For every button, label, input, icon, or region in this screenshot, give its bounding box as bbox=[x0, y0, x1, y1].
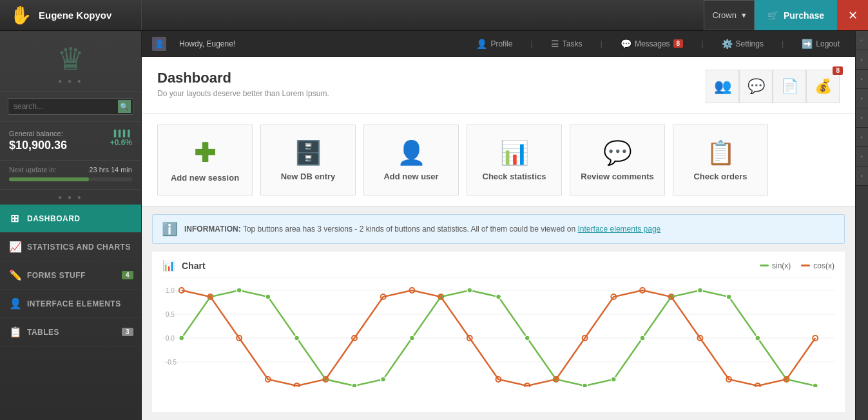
sidebar-item-statistics[interactable]: 📈 Statistics and Charts bbox=[0, 233, 141, 261]
messages-icon: 💬 bbox=[621, 39, 632, 49]
logout-icon: ➡️ bbox=[802, 39, 813, 49]
sub-header: 👤 Howdy, Eugene! 👤 Profile | ☰ Tasks | 💬… bbox=[142, 31, 855, 57]
chart-legend: sin(x) cos(x) bbox=[760, 261, 834, 270]
svg-point-19 bbox=[496, 294, 501, 299]
svg-point-23 bbox=[611, 377, 616, 382]
search-button[interactable]: 🔍 bbox=[118, 100, 131, 113]
main-layout: ♛ ● ● ● 🔍 General balance: $10,900.36 ▌▌… bbox=[0, 31, 868, 420]
messages-nav[interactable]: 💬 Messages 8 bbox=[615, 31, 688, 56]
sidebar-item-forms[interactable]: ✏️ Forms Stuff 4 bbox=[0, 261, 141, 290]
dash-billing-button[interactable]: 8 💰 bbox=[806, 70, 840, 103]
svg-point-30 bbox=[813, 383, 818, 387]
svg-text:1.0: 1.0 bbox=[166, 287, 175, 294]
sidebar-item-interface[interactable]: 👤 Interface Elements bbox=[0, 290, 141, 318]
orders-icon: 📄 bbox=[781, 78, 798, 95]
right-panel: ≡ ▪ ▪ ▪ ▪ ▪ ▪ ▪ bbox=[855, 31, 868, 420]
search-wrap: 🔍 bbox=[8, 98, 133, 115]
dash-users-button[interactable]: 👥 bbox=[706, 70, 739, 103]
action-add-session[interactable]: ✚ Add new session bbox=[157, 125, 253, 195]
logo-area: ✋ Eugene Kopyov bbox=[0, 0, 142, 30]
info-label: INFORMATION: bbox=[184, 225, 241, 234]
svg-point-20 bbox=[525, 335, 530, 341]
action-add-user[interactable]: 👤 Add new user bbox=[363, 125, 459, 195]
legend-label-sin: sin(x) bbox=[772, 261, 791, 270]
svg-point-15 bbox=[381, 377, 386, 382]
profile-icon: 👤 bbox=[476, 39, 487, 49]
crown-selector[interactable]: Crown ▾ bbox=[704, 0, 755, 30]
balance-section: General balance: $10,900.36 ▌▌▌▌ +0.6% bbox=[0, 122, 141, 161]
action-label: Check statistics bbox=[483, 172, 546, 181]
svg-text:0.0: 0.0 bbox=[166, 335, 175, 342]
chart-title: Chart bbox=[182, 261, 206, 271]
dashboard-header: Dashboard Do your layouts deserve better… bbox=[142, 57, 855, 114]
balance-bars-icon: ▌▌▌▌ bbox=[110, 130, 132, 137]
crown-label: Crown bbox=[712, 10, 737, 20]
update-label-text: Next update in: bbox=[9, 166, 57, 174]
legend-label-cos: cos(x) bbox=[813, 261, 834, 270]
howdy-text: Howdy, Eugene! bbox=[179, 39, 235, 48]
check-orders-icon: 📋 bbox=[706, 139, 735, 166]
right-panel-item-4[interactable]: ▪ bbox=[856, 108, 868, 128]
svg-point-18 bbox=[467, 288, 472, 293]
chart-bar-icon: 📊 bbox=[162, 259, 175, 272]
action-review-comments[interactable]: 💬 Review comments bbox=[570, 125, 665, 195]
close-button[interactable]: ✕ bbox=[837, 0, 868, 30]
profile-nav[interactable]: 👤 Profile bbox=[471, 31, 517, 56]
divider-3: | bbox=[701, 39, 703, 48]
settings-icon: ⚙️ bbox=[722, 39, 733, 49]
svg-point-24 bbox=[640, 335, 645, 341]
action-check-stats[interactable]: 📊 Check statistics bbox=[467, 125, 562, 195]
interface-icon: 👤 bbox=[9, 297, 21, 310]
chevron-down-icon: ▾ bbox=[742, 10, 746, 20]
legend-dot-sin bbox=[760, 265, 769, 266]
sidebar-item-label: Statistics and Charts bbox=[27, 243, 131, 252]
forms-icon: ✏️ bbox=[9, 269, 21, 281]
dash-comments-button[interactable]: 💬 bbox=[739, 70, 773, 103]
divider-2: | bbox=[601, 39, 603, 48]
legend-cos: cos(x) bbox=[801, 261, 834, 270]
svg-point-22 bbox=[583, 383, 588, 387]
action-new-db[interactable]: 🗄️ New DB entry bbox=[260, 125, 356, 195]
balance-amount: $10,900.36 bbox=[9, 139, 67, 152]
billing-badge: 8 bbox=[833, 66, 843, 75]
update-section: Next update in: 23 hrs 14 min bbox=[0, 161, 141, 190]
legend-dot-cos bbox=[801, 265, 810, 266]
chart-svg: 1.0 0.5 0.0 -0.5 bbox=[162, 284, 834, 387]
info-body: Top buttons area has 3 versions - 2 kind… bbox=[243, 225, 575, 234]
right-panel-item-5[interactable]: ▪ bbox=[856, 128, 868, 147]
svg-point-11 bbox=[265, 294, 271, 299]
divider-4: | bbox=[782, 39, 784, 48]
sidebar-item-tables[interactable]: 📋 Tables 3 bbox=[0, 318, 141, 346]
balance-label: General balance: bbox=[9, 130, 67, 137]
svg-point-8 bbox=[179, 335, 184, 341]
purchase-button[interactable]: 🛒 Purchase bbox=[755, 0, 837, 30]
chart-section: 📊 Chart sin(x) cos(x) bbox=[152, 252, 845, 412]
svg-point-16 bbox=[409, 335, 414, 341]
svg-point-12 bbox=[294, 335, 300, 341]
dash-orders-button[interactable]: 📄 bbox=[773, 70, 806, 103]
dashboard-icons: 👥 💬 📄 8 💰 bbox=[706, 70, 840, 103]
search-input[interactable] bbox=[8, 98, 133, 115]
action-label: Review comments bbox=[581, 172, 653, 181]
right-panel-item-7[interactable]: ▪ bbox=[856, 166, 868, 186]
balance-left: General balance: $10,900.36 bbox=[9, 130, 67, 152]
sidebar-item-dashboard[interactable]: ⊞ Dashboard bbox=[0, 205, 141, 233]
info-link[interactable]: Interface elements page bbox=[578, 225, 661, 234]
close-icon: ✕ bbox=[848, 8, 858, 23]
right-panel-item-1[interactable]: ▪ bbox=[856, 50, 868, 70]
legend-sin: sin(x) bbox=[760, 261, 791, 270]
right-panel-item-2[interactable]: ▪ bbox=[856, 70, 868, 89]
logout-nav[interactable]: ➡️ Logout bbox=[796, 31, 845, 56]
forms-badge: 4 bbox=[122, 271, 133, 279]
action-check-orders[interactable]: 📋 Check orders bbox=[673, 125, 768, 195]
progress-bar-fill bbox=[9, 177, 89, 181]
right-panel-item-6[interactable]: ▪ bbox=[856, 147, 868, 166]
crown-logo-icon: ♛ bbox=[57, 44, 84, 75]
tasks-nav[interactable]: ☰ Tasks bbox=[546, 31, 588, 56]
action-label: Add new session bbox=[171, 173, 239, 183]
right-panel-item-3[interactable]: ▪ bbox=[856, 89, 868, 108]
info-bar: ℹ️ INFORMATION: Top buttons area has 3 v… bbox=[152, 214, 845, 244]
messages-badge: 8 bbox=[673, 39, 684, 48]
settings-nav[interactable]: ⚙️ Settings bbox=[717, 31, 769, 56]
purchase-label: Purchase bbox=[784, 10, 824, 21]
